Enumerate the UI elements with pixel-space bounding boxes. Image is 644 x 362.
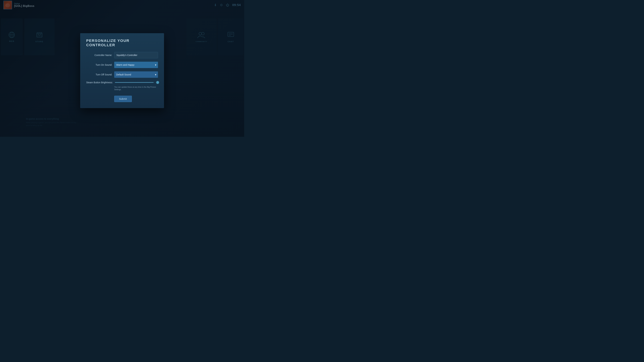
turn-on-sound-select[interactable]: Warm and Happy Default Sound None Valve … [114,62,158,68]
turn-on-sound-row: Turn On Sound: Warm and Happy Default So… [86,62,158,68]
controller-name-label: Controller Name: [86,54,112,56]
dialog-title: PERSONALIZE YOUR CONTROLLER [86,38,158,47]
submit-button[interactable]: Submit [114,96,132,102]
hint-text: You can update these at any time in the … [114,86,158,91]
brightness-row: Steam Button Brightness: [86,81,158,84]
turn-off-sound-row: Turn Off Sound: Default Sound Warm and H… [86,71,158,78]
turn-on-sound-wrapper: Warm and Happy Default Sound None Valve … [114,62,158,68]
brightness-slider-thumb[interactable] [156,81,159,84]
controller-name-input[interactable] [114,52,158,58]
brightness-slider-fill [115,82,154,83]
personalize-dialog: PERSONALIZE YOUR CONTROLLER Controller N… [80,33,164,108]
brightness-label: Steam Button Brightness: [86,81,113,84]
brightness-slider-track [115,82,158,83]
turn-off-sound-label: Turn Off Sound: [86,73,112,76]
turn-on-sound-label: Turn On Sound: [86,63,112,66]
turn-off-sound-select[interactable]: Default Sound Warm and Happy None Valve … [114,71,158,78]
controller-name-row: Controller Name: [86,52,158,58]
turn-off-sound-wrapper: Default Sound Warm and Happy None Valve … [114,71,158,78]
